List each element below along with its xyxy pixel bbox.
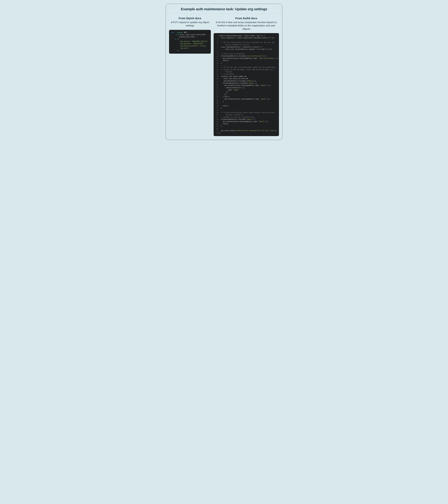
- code-line: 37 // enabled for the org, otherwise fai…: [215, 116, 277, 118]
- code-line: 33 }: [215, 107, 277, 109]
- line-content: };: [219, 132, 221, 134]
- code-line: 21 availableFactors.includes('phone')) {: [215, 80, 277, 82]
- line-number: 36: [215, 114, 218, 116]
- line-number: 19: [215, 75, 218, 78]
- line-content: if(availableFactors.includes('email') {: [219, 82, 257, 84]
- line-number: 23: [215, 84, 218, 87]
- line-content: [219, 51, 220, 53]
- line-content: return;: [219, 105, 229, 107]
- code-line: 29 api.authentication.challengeWith({ ty…: [215, 98, 277, 100]
- line-content: fallback: [219, 71, 232, 73]
- line-number: 34: [215, 109, 218, 111]
- comparison-card: Example auth maintenance task: Update or…: [166, 4, 282, 140]
- line-content: if(event.user.phone_number &&: [219, 75, 246, 78]
- line-content: return;: [219, 60, 229, 62]
- code-line: 2 const orgFactors = event.organization.…: [215, 37, 277, 39]
- code-line: . organizations/{ID} \: [171, 36, 209, 38]
- code-line: 43 api.access.deny("No MFA factors avail…: [215, 130, 277, 132]
- line-number: 9: [215, 53, 218, 55]
- code-line: 15 // If the user has a verified phone n…: [215, 66, 277, 69]
- right-subtitle: A 42-line if-else and array comparator f…: [214, 21, 279, 31]
- code-line: --url https://api.stytch.com/v1/b2b/: [171, 34, 209, 36]
- line-number: 28: [215, 96, 218, 98]
- line-content: "mfa_methods": "RESTRICTED",: [171, 43, 204, 45]
- line-content: // enabled for the org, otherwise fail.: [219, 116, 255, 118]
- code-line: 31: [215, 103, 277, 105]
- code-line: 28 } else {: [215, 96, 277, 98]
- line-content: exports.onExecutePostLogin = async (even…: [219, 35, 265, 37]
- line-number: 25: [215, 89, 218, 91]
- code-line: 12 return;: [215, 60, 277, 62]
- code-line: 26 }]: [215, 91, 277, 93]
- code-line: 20 event.user.phone_verified &&: [215, 78, 277, 80]
- line-content: } else {: [219, 96, 230, 98]
- line-number: 26: [215, 91, 218, 93]
- code-line: 41 }: [215, 125, 277, 127]
- line-number: 38: [215, 118, 218, 121]
- line-content: [219, 39, 220, 41]
- code-line: 13 }: [215, 62, 277, 64]
- line-content: "allowed_mfa_methods": ["totp",: [171, 45, 207, 47]
- code-line: 34: [215, 109, 277, 111]
- line-content: . organizations/{ID} \: [171, 36, 196, 38]
- right-column: From Auth0 docs A 42-line if-else and ar…: [214, 17, 279, 136]
- line-content: }: [219, 100, 224, 103]
- code-line: 38 if(availableFactors.includes('email')…: [215, 118, 277, 121]
- code-line: 39 api.authentication.challengeWith({ ty…: [215, 121, 277, 123]
- line-number: 5: [215, 44, 218, 46]
- line-content: -d '{: [171, 38, 179, 40]
- line-content: api.authentication.challengeWith({ type:…: [219, 57, 278, 60]
- line-content: event.user.enrolledFactors.some(ef => ef…: [219, 48, 273, 51]
- line-content: });: [219, 93, 227, 96]
- line-content: const availableFactors = orgFactors.filt…: [219, 46, 262, 48]
- code-line: 3: [215, 39, 277, 41]
- line-number: 8: [215, 51, 218, 53]
- code-line: }': [171, 50, 209, 52]
- line-content: [219, 127, 220, 129]
- code-line: "sms_otp"]: [171, 47, 209, 50]
- line-content: api.access.deny("No MFA factors availabl…: [219, 130, 277, 132]
- line-number: 27: [215, 93, 218, 96]
- code-line: curl --request PUT \: [171, 32, 209, 34]
- line-content: [219, 109, 220, 111]
- card-title: Example auth maintenance task: Update or…: [168, 7, 280, 11]
- line-content: availableFactors.includes('phone')) {: [219, 80, 256, 82]
- right-title: From Auth0 docs: [214, 17, 279, 20]
- line-number: 3: [215, 39, 218, 41]
- line-number: 37: [215, 116, 218, 118]
- code-line: 17 fallback: [215, 71, 277, 73]
- left-code-block: curl --request PUT \ --url https://api.s…: [169, 30, 211, 54]
- line-content: }': [171, 50, 179, 52]
- code-line: 11 api.authentication.challengeWith({ ty…: [215, 57, 277, 60]
- code-line: 10 if(availableFactors.includes('push-no…: [215, 55, 277, 57]
- code-line: 23 api.authentication.challengeWith({ ty…: [215, 84, 277, 87]
- code-line: 19 if(event.user.phone_number &&: [215, 75, 277, 78]
- code-line: "mfa_methods": "RESTRICTED",: [171, 43, 209, 45]
- line-content: }: [219, 62, 222, 64]
- code-line: -d '{: [171, 38, 209, 40]
- line-number: 6: [215, 46, 218, 48]
- line-number: 2: [215, 37, 218, 39]
- line-content: }: [219, 125, 222, 127]
- code-line: 30 }: [215, 100, 277, 103]
- code-line: 8: [215, 51, 277, 53]
- code-line: 6 const availableFactors = orgFactors.fi…: [215, 46, 277, 48]
- line-number: 31: [215, 103, 218, 105]
- code-line: 16 // allows for SMS and email, prefer S…: [215, 69, 277, 71]
- code-line: 42: [215, 127, 277, 129]
- line-content: // allows for SMS and email, prefer SMS …: [219, 69, 274, 71]
- line-content: --url https://api.stytch.com/v1/b2b/: [171, 34, 206, 36]
- left-title: From Stytch docs: [169, 17, 211, 20]
- line-content: curl --request PUT \: [171, 32, 188, 34]
- code-line: 7 event.user.enrolledFactors.some(ef => …: [215, 48, 277, 51]
- line-number: 4: [215, 41, 218, 44]
- line-content: // if available: [219, 73, 234, 75]
- line-content: [219, 103, 220, 105]
- line-number: 1: [215, 35, 218, 37]
- line-content: }]: [219, 91, 228, 93]
- line-number: 17: [215, 71, 218, 73]
- line-number: 42: [215, 127, 218, 129]
- line-number: 21: [215, 80, 218, 82]
- line-number: 43: [215, 130, 218, 132]
- line-content: if(availableFactors.includes('push-notif…: [219, 55, 266, 57]
